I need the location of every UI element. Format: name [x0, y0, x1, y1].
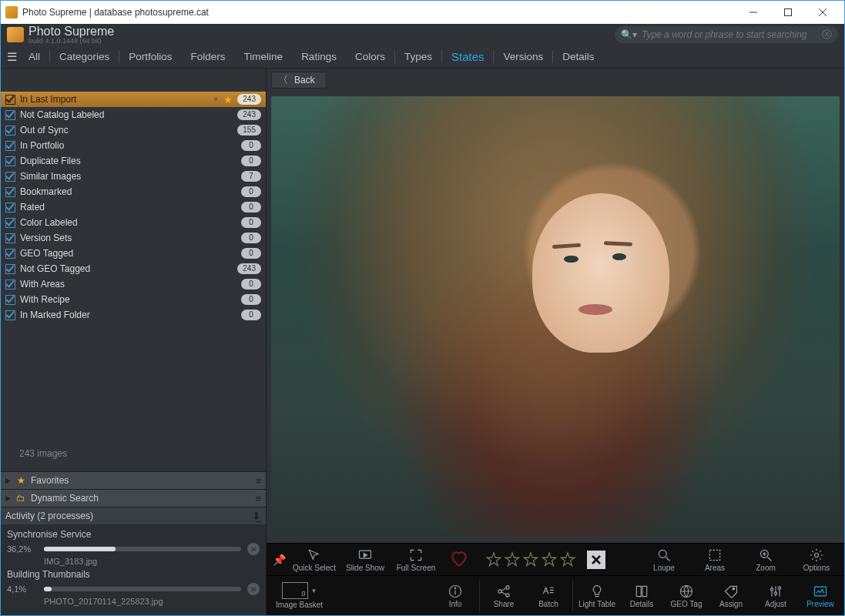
tab-versions[interactable]: Versions [494, 45, 552, 68]
clear-search-icon[interactable]: ⓧ [822, 28, 832, 42]
count-badge: 7 [241, 171, 261, 182]
tab-folders[interactable]: Folders [182, 45, 235, 68]
light-table-button[interactable]: Light Table [575, 577, 619, 615]
state-item[interactable]: Out of Sync155 [1, 122, 266, 138]
quick-select-button[interactable]: Quick Select [291, 544, 337, 575]
state-item[interactable]: In Marked Folder0 [1, 307, 266, 323]
app-build: build 4.1.0.1448 (64 bit) [29, 37, 615, 45]
state-label: Out of Sync [20, 125, 233, 136]
details-button[interactable]: Details [619, 577, 664, 615]
tab-portfolios[interactable]: Portfolios [119, 45, 181, 68]
full-screen-button[interactable]: Full Screen [393, 544, 439, 575]
preview-image[interactable] [271, 96, 840, 538]
favorites-panel-header[interactable]: ▶ ★ Favorites ≡ [1, 472, 266, 489]
svg-point-7 [659, 550, 666, 557]
close-button[interactable] [805, 2, 840, 23]
count-badge: 243 [237, 94, 261, 105]
checkbox-icon [5, 141, 15, 151]
state-item[interactable]: With Recipe0 [1, 292, 266, 307]
checkbox-icon [5, 95, 15, 105]
back-label: Back [294, 75, 315, 85]
checkbox-icon [5, 203, 15, 213]
state-item[interactable]: GEO Tagged0 [1, 246, 266, 261]
state-item[interactable]: Not GEO Tagged243 [1, 261, 266, 276]
assign-button[interactable]: Assign [709, 577, 753, 615]
tab-types[interactable]: Types [395, 45, 441, 68]
state-item[interactable]: Duplicate Files0 [1, 153, 266, 169]
search-input[interactable] [642, 29, 822, 40]
tab-categories[interactable]: Categories [50, 45, 119, 68]
slide-show-button[interactable]: Slide Show [342, 544, 388, 575]
state-item[interactable]: In Portfolio0 [1, 138, 266, 153]
svg-point-29 [774, 591, 776, 594]
progress-percent: 4,1% [7, 584, 38, 594]
tab-all[interactable]: All [19, 45, 49, 68]
preview-button[interactable]: Preview [798, 577, 843, 615]
state-item[interactable]: With Areas0 [1, 276, 266, 292]
image-basket-button[interactable]: ▼ Image Basket [268, 582, 330, 609]
state-label: Version Sets [20, 233, 236, 243]
state-item[interactable]: Rated0 [1, 199, 266, 215]
state-item[interactable]: In Last Import▼★243 [1, 92, 266, 107]
areas-button[interactable]: Areas [692, 544, 738, 575]
info-button[interactable]: Info [433, 577, 478, 615]
pin-icon[interactable]: 📌 [271, 554, 287, 566]
expand-icon: ▶ [5, 494, 11, 502]
activity-panel-header[interactable]: Activity (2 processes) ⬇̲ [1, 507, 266, 524]
activity-process-title: Building Thumbnails [7, 569, 260, 580]
geo-tag-button[interactable]: GEO Tag [664, 577, 709, 615]
menu-icon[interactable]: ☰ [4, 50, 19, 64]
state-item[interactable]: Version Sets0 [1, 230, 266, 246]
reject-button[interactable] [587, 551, 605, 569]
state-label: Color Labeled [20, 217, 236, 228]
checkbox-icon [5, 187, 15, 197]
activity-filename: PHOTO_20170114_225823.jpg [44, 595, 260, 608]
panel-menu-icon[interactable]: ≡ [255, 475, 261, 487]
state-label: Bookmarked [20, 186, 236, 197]
stop-all-icon[interactable]: ⬇̲ [252, 510, 261, 522]
count-badge: 0 [241, 140, 261, 151]
tab-colors[interactable]: Colors [346, 45, 394, 68]
tab-details[interactable]: Details [553, 45, 603, 68]
chevron-down-icon: ▼ [311, 588, 317, 594]
activity-title: Activity (2 processes) [5, 511, 252, 521]
svg-point-20 [506, 593, 509, 596]
cancel-process-icon[interactable]: ✕ [247, 583, 260, 595]
basket-label: Image Basket [276, 601, 323, 609]
state-item[interactable]: Similar Images7 [1, 169, 266, 184]
count-badge: 0 [241, 310, 261, 320]
maximize-button[interactable] [770, 2, 805, 23]
state-item[interactable]: Color Labeled0 [1, 215, 266, 230]
basket-icon [282, 582, 308, 599]
main-nav: ☰ AllCategoriesPortfoliosFoldersTimeline… [1, 45, 844, 69]
image-count-summary: 243 images [1, 436, 266, 471]
cancel-process-icon[interactable]: ✕ [247, 543, 260, 555]
batch-button[interactable]: Batch [526, 577, 571, 615]
options-button[interactable]: Options [793, 544, 840, 575]
dynamic-search-panel-header[interactable]: ▶ 🗀 Dynamic Search ≡ [1, 490, 266, 507]
svg-line-8 [666, 557, 670, 561]
state-label: Not GEO Tagged [20, 263, 233, 274]
svg-point-24 [733, 588, 735, 590]
state-item[interactable]: Bookmarked0 [1, 184, 266, 199]
progress-bar [44, 587, 241, 591]
share-button[interactable]: Share [481, 577, 526, 615]
minimize-button[interactable] [736, 2, 770, 23]
tab-timeline[interactable]: Timeline [235, 45, 293, 68]
activity-filename: IMG_3183.jpg [44, 555, 260, 567]
tab-ratings[interactable]: Ratings [292, 45, 346, 68]
zoom-button[interactable]: Zoom [743, 544, 789, 575]
rating-stars[interactable] [485, 551, 576, 568]
state-label: GEO Tagged [20, 248, 236, 259]
sidebar: In Last Import▼★243Not Catalog Labeled24… [1, 69, 267, 615]
state-item[interactable]: Not Catalog Labeled243 [1, 107, 266, 122]
panel-menu-icon[interactable]: ≡ [255, 493, 261, 504]
favorite-heart-icon[interactable] [444, 548, 474, 571]
loupe-button[interactable]: Loupe [641, 544, 687, 575]
search-box[interactable]: 🔍▾ ⓧ [615, 26, 838, 43]
adjust-button[interactable]: Adjust [753, 577, 798, 615]
tab-states[interactable]: States [442, 45, 494, 68]
chevron-down-icon[interactable]: ▼ [212, 95, 219, 103]
search-folder-icon: 🗀 [15, 493, 26, 504]
back-button[interactable]: 〈 Back [271, 72, 327, 89]
